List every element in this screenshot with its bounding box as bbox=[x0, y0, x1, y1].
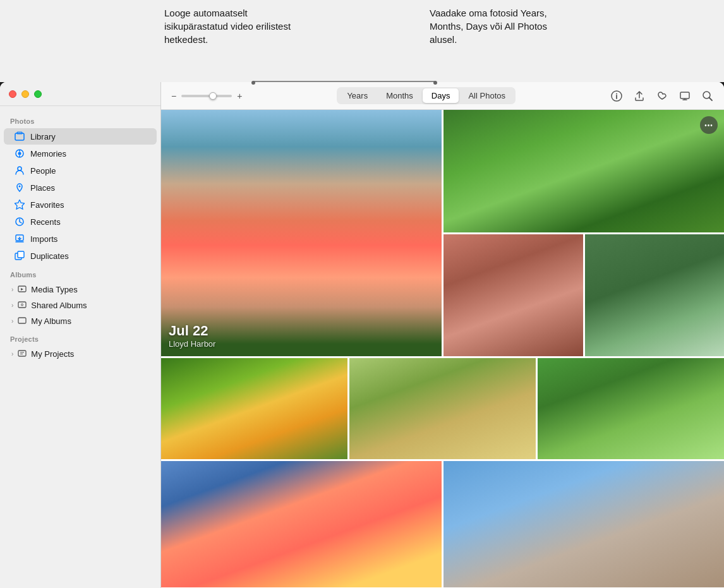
photo-cell-row3-2[interactable] bbox=[443, 461, 724, 587]
sidebar-content: Photos Library bbox=[0, 106, 160, 588]
zoom-control: − + bbox=[169, 90, 244, 102]
chevron-my-albums: › bbox=[11, 318, 13, 325]
photo-row-3 bbox=[161, 461, 724, 587]
main-content: − + Years Months Days All Photos bbox=[161, 82, 724, 588]
minimize-button[interactable] bbox=[21, 90, 29, 98]
recents-label: Recents bbox=[30, 217, 61, 227]
zoom-minus-button[interactable]: − bbox=[169, 90, 179, 102]
photo-cell-main[interactable]: Jul 22 Lloyd Harbor bbox=[161, 110, 442, 356]
tooltip-left: Looge automaatselt isikupärastatud video… bbox=[164, 6, 303, 46]
favorites-label: Favorites bbox=[30, 200, 64, 210]
sidebar-item-my-projects[interactable]: › My Projects bbox=[4, 346, 157, 361]
my-projects-label: My Projects bbox=[31, 349, 74, 359]
library-icon bbox=[14, 131, 25, 142]
sidebar-item-places[interactable]: Places bbox=[4, 179, 157, 196]
tab-months[interactable]: Months bbox=[377, 88, 422, 103]
toolbar: − + Years Months Days All Photos bbox=[161, 82, 724, 110]
media-types-label: Media Types bbox=[31, 285, 77, 294]
close-button[interactable] bbox=[9, 90, 16, 98]
photo-cell-bottom-right-2[interactable] bbox=[585, 234, 725, 357]
svg-rect-13 bbox=[18, 251, 24, 258]
tab-years[interactable]: Years bbox=[338, 88, 377, 103]
photo-row-1: Jul 22 Lloyd Harbor ••• bbox=[161, 110, 724, 356]
sidebar-item-media-types[interactable]: › Media Types bbox=[4, 282, 157, 297]
memories-icon bbox=[14, 148, 25, 159]
photo-cell-row2-2[interactable] bbox=[349, 358, 536, 459]
maximize-button[interactable] bbox=[34, 90, 42, 98]
duplicates-icon bbox=[14, 250, 25, 261]
svg-rect-25 bbox=[680, 92, 689, 99]
svg-point-3 bbox=[18, 152, 21, 155]
imports-icon bbox=[14, 233, 25, 244]
library-label: Library bbox=[30, 132, 56, 141]
photo-cell-bottom-right-1[interactable] bbox=[443, 234, 583, 357]
my-projects-icon bbox=[17, 349, 27, 359]
title-bar bbox=[0, 82, 160, 106]
zoom-plus-button[interactable]: + bbox=[234, 90, 244, 102]
tab-all-photos[interactable]: All Photos bbox=[459, 88, 514, 103]
memories-label: Memories bbox=[30, 149, 66, 159]
more-options-button[interactable]: ••• bbox=[700, 116, 718, 134]
sidebar-item-imports[interactable]: Imports bbox=[4, 231, 157, 247]
svg-point-17 bbox=[21, 304, 23, 306]
sidebar-section-photos: Photos bbox=[0, 111, 160, 128]
search-button[interactable] bbox=[699, 87, 716, 105]
sidebar-section-projects: Projects bbox=[0, 329, 160, 345]
svg-rect-19 bbox=[18, 351, 26, 356]
duplicates-label: Duplicates bbox=[30, 251, 69, 261]
my-albums-icon bbox=[17, 316, 27, 326]
shared-albums-icon bbox=[17, 300, 27, 310]
photo-row-2 bbox=[161, 358, 724, 459]
my-albums-label: My Albums bbox=[31, 316, 71, 326]
photo-col-right-bottom bbox=[443, 234, 724, 357]
svg-rect-16 bbox=[18, 302, 26, 308]
sidebar-section-albums: Albums bbox=[0, 265, 160, 281]
svg-rect-0 bbox=[15, 133, 24, 140]
people-label: People bbox=[30, 166, 56, 176]
date-overlay: Jul 22 Lloyd Harbor bbox=[169, 323, 215, 349]
photo-cell-row3-1[interactable] bbox=[161, 461, 442, 587]
heart-button[interactable] bbox=[653, 87, 671, 105]
section-date: Jul 22 bbox=[169, 323, 215, 339]
svg-marker-15 bbox=[21, 288, 23, 291]
svg-point-6 bbox=[18, 167, 21, 171]
svg-line-29 bbox=[709, 97, 713, 100]
zoom-slider[interactable] bbox=[181, 95, 232, 97]
sidebar-item-recents[interactable]: Recents bbox=[4, 213, 157, 230]
chevron-media-types: › bbox=[11, 286, 13, 293]
app-window: Photos Library bbox=[0, 82, 724, 588]
sidebar-item-people[interactable]: People bbox=[4, 162, 157, 179]
imports-label: Imports bbox=[30, 234, 57, 244]
shared-albums-label: Shared Albums bbox=[31, 301, 87, 310]
people-icon bbox=[14, 165, 25, 176]
sidebar-item-shared-albums[interactable]: › Shared Albums bbox=[4, 297, 157, 313]
tooltip-right: Vaadake oma fotosid Years, Months, Days … bbox=[430, 6, 575, 46]
zoom-thumb[interactable] bbox=[209, 92, 217, 100]
svg-rect-18 bbox=[18, 318, 26, 323]
info-button[interactable] bbox=[608, 87, 625, 105]
sidebar-item-favorites[interactable]: Favorites bbox=[4, 196, 157, 213]
section-location: Lloyd Harbor bbox=[169, 339, 215, 349]
toolbar-actions bbox=[608, 87, 716, 105]
photo-cell-row2-3[interactable] bbox=[538, 358, 724, 459]
view-tabs: Years Months Days All Photos bbox=[337, 87, 516, 104]
photo-section: Jul 22 Lloyd Harbor ••• bbox=[161, 110, 724, 587]
svg-point-24 bbox=[616, 93, 617, 94]
photo-cell-top-right[interactable]: ••• bbox=[443, 110, 724, 232]
recents-icon bbox=[14, 216, 25, 227]
sidebar-item-duplicates[interactable]: Duplicates bbox=[4, 248, 157, 264]
places-label: Places bbox=[30, 183, 55, 193]
tab-days[interactable]: Days bbox=[423, 88, 459, 103]
sidebar: Photos Library bbox=[0, 82, 161, 588]
sidebar-item-memories[interactable]: Memories bbox=[4, 145, 157, 162]
tooltip-area: Looge automaatselt isikupärastatud video… bbox=[0, 0, 724, 82]
favorites-icon bbox=[14, 199, 25, 210]
share-button[interactable] bbox=[630, 87, 648, 105]
photo-cell-row2-1[interactable] bbox=[161, 358, 347, 459]
sidebar-item-library[interactable]: Library bbox=[4, 128, 157, 145]
slideshow-button[interactable] bbox=[676, 87, 694, 105]
media-types-icon bbox=[17, 284, 27, 294]
photo-col-right: ••• bbox=[443, 110, 724, 356]
svg-point-7 bbox=[19, 186, 21, 188]
sidebar-item-my-albums[interactable]: › My Albums bbox=[4, 313, 157, 328]
